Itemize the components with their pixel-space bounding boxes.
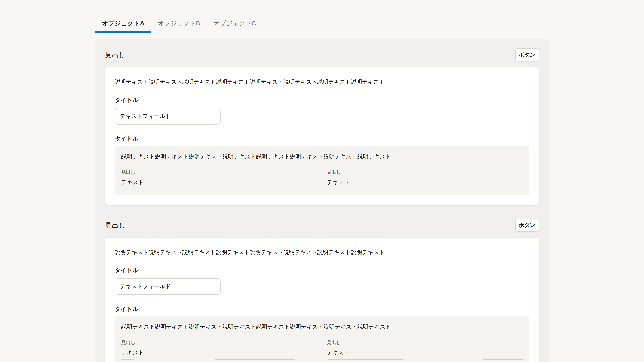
section-2-header: 見出し ボタン — [105, 219, 539, 232]
definition-term: 見出し — [121, 339, 317, 346]
page: オブジェクトA オブジェクトB オブジェクトC 見出し ボタン 説明テキスト説明… — [0, 0, 644, 362]
section-2-heading: 見出し — [105, 221, 126, 230]
definition-value: テキスト — [327, 178, 523, 186]
definition-item: 見出し テキスト — [121, 339, 317, 360]
tab-object-c[interactable]: オブジェクトC — [207, 20, 263, 33]
content-container: 見出し ボタン 説明テキスト説明テキスト説明テキスト説明テキスト説明テキスト説明… — [95, 39, 549, 362]
inner-box: 説明テキスト説明テキスト説明テキスト説明テキスト説明テキスト説明テキスト説明テキ… — [115, 316, 529, 362]
box-label: タイトル — [115, 135, 529, 142]
definition-value: テキスト — [327, 349, 523, 357]
definition-list: 見出し テキスト 見出し テキスト — [121, 169, 523, 189]
definition-value: テキスト — [121, 178, 317, 186]
card-description: 説明テキスト説明テキスト説明テキスト説明テキスト説明テキスト説明テキスト説明テキ… — [115, 78, 529, 86]
box-description: 説明テキスト説明テキスト説明テキスト説明テキスト説明テキスト説明テキスト説明テキ… — [121, 323, 523, 331]
section-1-heading: 見出し — [105, 50, 126, 59]
text-field[interactable] — [115, 278, 220, 295]
section-1-button[interactable]: ボタン — [515, 48, 539, 61]
field-label: タイトル — [115, 267, 529, 274]
definition-item: 見出し テキスト — [327, 339, 523, 360]
definition-value: テキスト — [121, 349, 317, 357]
definition-term: 見出し — [121, 169, 317, 175]
tab-bar: オブジェクトA オブジェクトB オブジェクトC — [95, 20, 549, 33]
box-group: タイトル 説明テキスト説明テキスト説明テキスト説明テキスト説明テキスト説明テキス… — [115, 306, 529, 362]
inner-box: 説明テキスト説明テキスト説明テキスト説明テキスト説明テキスト説明テキスト説明テキ… — [115, 146, 529, 195]
section-1: 見出し ボタン 説明テキスト説明テキスト説明テキスト説明テキスト説明テキスト説明… — [105, 48, 539, 205]
box-description: 説明テキスト説明テキスト説明テキスト説明テキスト説明テキスト説明テキスト説明テキ… — [121, 153, 523, 160]
section-2-button[interactable]: ボタン — [515, 219, 539, 232]
definition-term: 見出し — [327, 339, 523, 346]
section-2-card: 説明テキスト説明テキスト説明テキスト説明テキスト説明テキスト説明テキスト説明テキ… — [105, 238, 539, 362]
section-2: 見出し ボタン 説明テキスト説明テキスト説明テキスト説明テキスト説明テキスト説明… — [105, 219, 539, 362]
tab-object-b[interactable]: オブジェクトB — [151, 20, 207, 33]
field-group: タイトル — [115, 267, 529, 295]
field-label: タイトル — [115, 96, 529, 103]
definition-list: 見出し テキスト 見出し テキスト — [121, 339, 523, 360]
field-group: タイトル — [115, 96, 529, 124]
definition-item: 見出し テキスト — [121, 169, 317, 189]
definition-item: 見出し テキスト — [327, 169, 523, 189]
box-group: タイトル 説明テキスト説明テキスト説明テキスト説明テキスト説明テキスト説明テキス… — [115, 135, 529, 195]
section-1-card: 説明テキスト説明テキスト説明テキスト説明テキスト説明テキスト説明テキスト説明テキ… — [105, 67, 539, 205]
text-field[interactable] — [115, 108, 220, 124]
tab-object-a[interactable]: オブジェクトA — [95, 20, 151, 33]
section-1-header: 見出し ボタン — [105, 48, 539, 61]
card-description: 説明テキスト説明テキスト説明テキスト説明テキスト説明テキスト説明テキスト説明テキ… — [115, 248, 529, 256]
box-label: タイトル — [115, 306, 529, 312]
definition-term: 見出し — [327, 169, 523, 175]
